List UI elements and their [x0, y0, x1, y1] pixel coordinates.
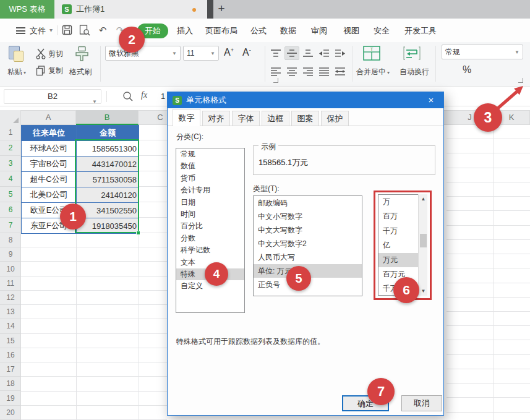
scroll-down-icon[interactable]: ▼ [419, 286, 428, 296]
align-bottom-icon[interactable] [301, 46, 315, 60]
zoom-formula-icon[interactable] [122, 91, 134, 102]
category-item[interactable]: 时间 [176, 208, 244, 220]
category-item[interactable]: 常规 [176, 148, 244, 160]
row-number[interactable]: 17 [0, 362, 21, 377]
undo-icon[interactable]: ↶ [96, 25, 109, 36]
row-number[interactable]: 3 [0, 156, 21, 171]
type-listbox[interactable]: 邮政编码中文小写数字中文大写数字中文大写数字2人民币大写单位: 万元正负号 [253, 195, 362, 296]
merge-center-icon[interactable]: T [362, 45, 381, 61]
table-header-cell[interactable]: 金额 [77, 126, 139, 141]
menu-tab[interactable]: 视图 [343, 25, 359, 36]
category-item[interactable]: 日期 [176, 197, 244, 208]
row-number[interactable]: 18 [0, 377, 21, 391]
increase-indent-icon[interactable] [333, 46, 348, 60]
amount-cell[interactable]: 1585651300 [77, 141, 139, 156]
align-right-icon[interactable] [301, 64, 315, 78]
unit-list-scrollbar[interactable]: ▲ ▼ [418, 194, 427, 296]
amount-cell[interactable]: 341502550 [77, 203, 139, 218]
row-number[interactable]: 16 [0, 348, 21, 362]
row-number[interactable]: 4 [0, 171, 21, 187]
category-item[interactable]: 货币 [176, 173, 244, 184]
row-number[interactable]: 9 [0, 247, 21, 262]
row-number[interactable]: 11 [0, 276, 21, 291]
category-item[interactable]: 自定义 [176, 280, 244, 292]
amount-cell[interactable]: 24140120 [77, 187, 139, 203]
category-item[interactable]: 数值 [176, 160, 244, 172]
font-name-select[interactable]: 微软雅黑▼ [105, 46, 181, 61]
row-number[interactable]: 5 [0, 187, 21, 202]
fx-icon[interactable]: fx [141, 90, 147, 100]
justify-icon[interactable] [317, 64, 331, 78]
number-group-launcher-icon[interactable] [518, 78, 523, 83]
amount-cell[interactable]: 1918035450 [77, 218, 139, 234]
dialog-tab[interactable]: 字体 [232, 111, 260, 126]
menu-tab[interactable]: 开发工具 [404, 25, 437, 36]
formula-value[interactable]: 1 [161, 92, 165, 101]
grow-font-button[interactable]: A+ [224, 47, 234, 58]
name-box[interactable]: B2▼ [4, 89, 101, 104]
row-number[interactable]: 19 [0, 391, 21, 405]
format-painter-button[interactable]: 格式刷 [69, 67, 92, 77]
new-tab-button[interactable]: + [213, 0, 230, 19]
copy-button[interactable]: 复制 [36, 66, 63, 76]
align-left-icon[interactable] [268, 64, 283, 78]
merge-center-button[interactable]: 合并居中▾ [356, 67, 390, 77]
fill-handle[interactable] [136, 231, 140, 235]
shrink-font-button[interactable]: A- [242, 47, 251, 58]
category-item[interactable]: 百分比 [176, 220, 244, 232]
dialog-tab[interactable]: 图案 [291, 111, 319, 126]
decrease-indent-icon[interactable] [317, 46, 331, 60]
dialog-tab[interactable]: 对齐 [202, 111, 230, 126]
number-format-select[interactable]: 常规▼ [442, 45, 523, 59]
redo-icon[interactable]: ↷ [114, 25, 126, 36]
company-cell[interactable]: 超牛C公司 [22, 172, 77, 187]
percent-format-icon[interactable]: % [463, 64, 471, 75]
row-number[interactable]: 10 [0, 262, 21, 276]
document-tab[interactable]: S 工作簿1 [54, 0, 207, 19]
column-header[interactable]: B [76, 110, 139, 125]
app-logo[interactable]: WPS 表格 [0, 0, 54, 19]
row-number[interactable]: 6 [0, 202, 21, 218]
row-number[interactable]: 13 [0, 305, 21, 319]
dialog-tab[interactable]: 边框 [262, 111, 289, 126]
row-number[interactable]: 12 [0, 291, 21, 305]
close-icon[interactable]: × [419, 92, 443, 108]
wrap-text-button[interactable]: 自动换行 [400, 67, 429, 77]
dialog-tab[interactable]: 数字 [173, 109, 200, 126]
type-item[interactable]: 邮政编码 [254, 196, 362, 210]
type-item[interactable]: 人民币大写 [254, 251, 362, 264]
category-listbox[interactable]: 常规数值货币会计专用日期时间百分比分数科学记数文本特殊自定义 [176, 148, 245, 313]
amount-cell[interactable]: 4431470012 [77, 156, 139, 172]
dialog-tab[interactable]: 保护 [321, 111, 349, 126]
wrap-text-icon[interactable] [403, 45, 421, 61]
company-cell[interactable]: 欧亚E公司 [22, 203, 77, 218]
type-item[interactable]: 中文小写数字 [254, 210, 362, 223]
align-middle-icon[interactable] [284, 46, 299, 60]
column-header[interactable]: J [447, 110, 494, 125]
menu-tab[interactable]: 数据 [280, 25, 296, 36]
ok-button[interactable]: 确定 [342, 395, 389, 411]
format-painter-icon[interactable] [73, 46, 90, 63]
category-item[interactable]: 文本 [176, 257, 244, 268]
row-number[interactable]: 15 [0, 334, 21, 348]
hamburger-icon[interactable] [16, 27, 25, 34]
company-cell[interactable]: 北美D公司 [22, 187, 77, 203]
paste-button[interactable]: 粘贴▾ [7, 67, 26, 77]
scrollbar-thumb[interactable] [420, 234, 427, 247]
save-icon[interactable] [62, 25, 74, 36]
menu-tab[interactable]: 审阅 [311, 25, 327, 36]
menu-tab[interactable]: 页面布局 [205, 25, 237, 36]
cancel-button[interactable]: 取消 [401, 395, 442, 411]
align-center-icon[interactable] [284, 64, 299, 78]
print-preview-icon[interactable] [79, 25, 92, 36]
row-number[interactable]: 7 [0, 218, 21, 233]
category-item[interactable]: 会计专用 [176, 184, 244, 196]
type-item[interactable]: 中文大写数字 [254, 223, 362, 237]
table-header-cell[interactable]: 往来单位 [22, 126, 77, 141]
company-cell[interactable]: 环球A公司 [22, 141, 77, 156]
type-item[interactable]: 中文大写数字2 [254, 237, 362, 251]
company-cell[interactable]: 东亚F公司 [22, 218, 77, 234]
row-number[interactable]: 2 [0, 140, 21, 156]
category-item[interactable]: 特殊 [176, 268, 244, 280]
row-number[interactable]: 1 [0, 125, 21, 140]
